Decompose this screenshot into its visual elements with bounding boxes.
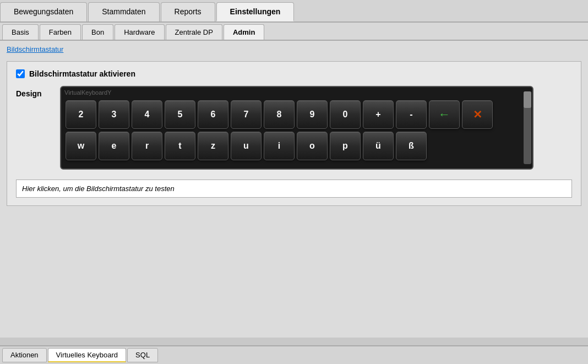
bottom-tab-virtuelles-keyboard[interactable]: Virtuelles Keyboard [48, 348, 127, 362]
top-nav-tab-reports[interactable]: Reports [161, 2, 215, 21]
keyboard-test-input[interactable] [16, 180, 572, 198]
sub-nav: Basis Farben Bon Hardware Zentrale DP Ad… [0, 23, 588, 41]
bildschirmtastatur-checkbox[interactable] [16, 69, 25, 78]
bottom-tab-aktionen[interactable]: Aktionen [2, 348, 47, 362]
sub-nav-tab-admin[interactable]: Admin [224, 24, 264, 40]
bottom-bar: Aktionen Virtuelles Keyboard SQL [0, 345, 588, 364]
key-0[interactable]: 0 [330, 100, 361, 129]
key-8[interactable]: 8 [264, 100, 295, 129]
key-r[interactable]: r [132, 132, 162, 160]
top-nav-tab-stammdaten[interactable]: Stammdaten [88, 2, 159, 21]
key-close[interactable]: ✕ [462, 100, 493, 129]
key-ue[interactable]: ü [363, 132, 394, 160]
keyboard-scrollbar[interactable] [524, 91, 531, 164]
key-3[interactable]: 3 [99, 100, 129, 129]
key-u[interactable]: u [231, 132, 262, 160]
key-w[interactable]: w [66, 132, 96, 160]
top-nav-tab-bewegungsdaten[interactable]: Bewegungsdaten [0, 2, 87, 21]
keyboard-container: VirtualKeyboardY 2 3 4 5 6 7 8 9 0 + - [60, 86, 533, 170]
key-backspace[interactable]: ← [429, 100, 460, 129]
keyboard-row-2: w e r t z u i o p ü ß [66, 132, 528, 160]
close-x-icon: ✕ [473, 108, 482, 121]
key-o[interactable]: o [297, 132, 328, 160]
sub-nav-tab-zentrale-dp[interactable]: Zentrale DP [166, 24, 222, 40]
key-2[interactable]: 2 [66, 100, 96, 129]
key-ss[interactable]: ß [396, 132, 427, 160]
key-p[interactable]: p [330, 132, 361, 160]
design-row: Design VirtualKeyboardY 2 3 4 5 6 7 8 9 … [16, 86, 572, 170]
top-nav-tab-einstellungen[interactable]: Einstellungen [216, 2, 295, 21]
backspace-arrow-icon: ← [438, 107, 450, 122]
sub-nav-tab-hardware[interactable]: Hardware [115, 24, 164, 40]
keyboard-preview: VirtualKeyboardY 2 3 4 5 6 7 8 9 0 + - [60, 86, 533, 170]
key-t[interactable]: t [165, 132, 195, 160]
top-nav: Bewegungsdaten Stammdaten Reports Einste… [0, 0, 588, 23]
key-9[interactable]: 9 [297, 100, 328, 129]
keyboard-label: VirtualKeyboardY [64, 89, 111, 96]
key-e[interactable]: e [99, 132, 129, 160]
key-7[interactable]: 7 [231, 100, 262, 129]
sub-nav-tab-basis[interactable]: Basis [2, 24, 39, 40]
section-link-bildschirmtastatur[interactable]: Bildschirmtastatur [7, 45, 63, 53]
bottom-tab-sql[interactable]: SQL [127, 348, 158, 362]
key-6[interactable]: 6 [198, 100, 228, 129]
checkbox-row: Bildschirmtastatur aktivieren [16, 69, 572, 78]
key-i[interactable]: i [264, 132, 295, 160]
key-plus[interactable]: + [363, 100, 394, 129]
sub-nav-tab-bon[interactable]: Bon [82, 24, 113, 40]
sub-nav-tab-farben[interactable]: Farben [40, 24, 81, 40]
section-content: Bildschirmtastatur aktivieren Design Vir… [7, 61, 581, 206]
key-4[interactable]: 4 [132, 100, 162, 129]
checkbox-label: Bildschirmtastatur aktivieren [29, 69, 135, 78]
key-5[interactable]: 5 [165, 100, 195, 129]
keyboard-scrollbar-thumb [524, 91, 531, 108]
design-label: Design [16, 86, 60, 98]
key-minus[interactable]: - [396, 100, 427, 129]
keyboard-row-1: 2 3 4 5 6 7 8 9 0 + - ← ✕ [66, 100, 528, 129]
main-content: Bildschirmtastatur Bildschirmtastatur ak… [0, 41, 588, 338]
key-z[interactable]: z [198, 132, 228, 160]
